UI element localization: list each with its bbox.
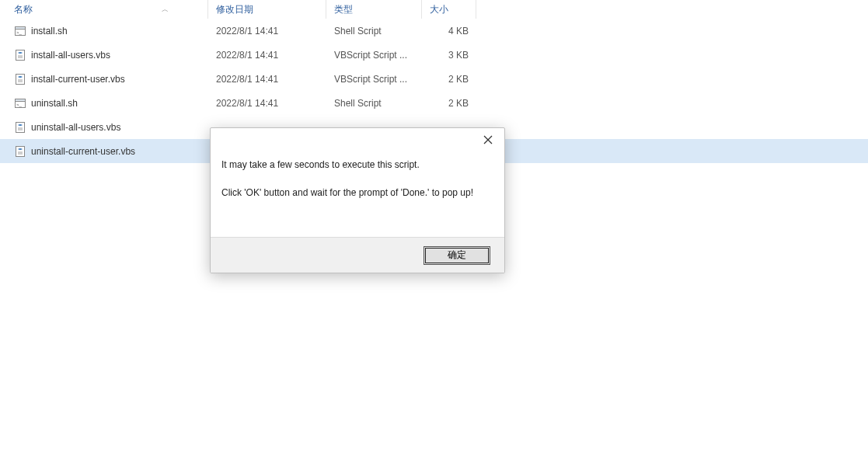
cell-size: 2 KB — [422, 91, 476, 115]
column-header-name-label: 名称 — [14, 3, 33, 16]
vbs-file-icon — [14, 73, 26, 85]
column-header-name[interactable]: 名称 ︿ — [0, 0, 208, 19]
column-header-size[interactable]: 大小 — [422, 0, 476, 19]
svg-rect-4 — [16, 74, 25, 84]
file-name-label: uninstall.sh — [31, 98, 78, 109]
cell-type: Shell Script — [326, 91, 422, 115]
dialog-footer: 确定 — [211, 237, 504, 273]
cell-type: Shell Script — [326, 19, 422, 43]
ok-button[interactable]: 确定 — [424, 246, 490, 265]
dialog-text-line2: Click 'OK' button and wait for the promp… — [221, 186, 493, 200]
column-header-row: 名称 ︿ 修改日期 类型 大小 — [0, 0, 868, 19]
message-dialog: It may take a few seconds to execute thi… — [210, 127, 505, 273]
cell-name: install-current-user.vbs — [0, 67, 208, 91]
close-icon — [483, 135, 493, 144]
cell-date: 2022/8/1 14:41 — [208, 19, 326, 43]
cell-name: install-all-users.vbs — [0, 43, 208, 67]
svg-rect-6 — [16, 99, 26, 101]
svg-text:>_: >_ — [16, 30, 23, 35]
column-header-type[interactable]: 类型 — [326, 0, 422, 19]
sort-asc-icon: ︿ — [162, 5, 169, 15]
vbs-file-icon — [14, 145, 26, 158]
close-button[interactable] — [476, 130, 500, 150]
table-row[interactable]: >_install.sh2022/8/1 14:41Shell Script4 … — [0, 19, 868, 43]
svg-rect-3 — [16, 50, 25, 60]
table-row[interactable]: install-current-user.vbs2022/8/1 14:41VB… — [0, 67, 868, 91]
cell-date: 2022/8/1 14:41 — [208, 91, 326, 115]
column-header-date[interactable]: 修改日期 — [208, 0, 326, 19]
file-name-label: install-all-users.vbs — [31, 50, 110, 61]
column-header-date-label: 修改日期 — [216, 3, 253, 16]
cell-name: >_install.sh — [0, 19, 208, 43]
cell-date: 2022/8/1 14:41 — [208, 43, 326, 67]
cell-size: 3 KB — [422, 43, 476, 67]
file-name-label: uninstall-current-user.vbs — [31, 146, 135, 157]
column-header-size-label: 大小 — [430, 3, 448, 16]
vbs-file-icon — [14, 49, 26, 61]
cell-name: >_uninstall.sh — [0, 91, 208, 115]
shell-file-icon: >_ — [14, 97, 26, 110]
file-name-label: install.sh — [31, 26, 68, 37]
cell-type: VBScript Script ... — [326, 67, 422, 91]
cell-name: uninstall-current-user.vbs — [0, 139, 208, 163]
dialog-titlebar — [211, 128, 504, 151]
dialog-body: It may take a few seconds to execute thi… — [211, 151, 504, 237]
table-row[interactable]: install-all-users.vbs2022/8/1 14:41VBScr… — [0, 43, 868, 67]
column-header-type-label: 类型 — [334, 3, 353, 16]
file-name-label: install-current-user.vbs — [31, 74, 125, 85]
vbs-file-icon — [14, 121, 26, 134]
cell-size: 2 KB — [422, 67, 476, 91]
svg-rect-8 — [16, 122, 25, 132]
svg-rect-9 — [16, 146, 25, 156]
svg-text:>_: >_ — [16, 103, 23, 107]
svg-rect-1 — [16, 26, 26, 29]
file-name-label: uninstall-all-users.vbs — [31, 122, 120, 133]
cell-name: uninstall-all-users.vbs — [0, 115, 208, 139]
shell-file-icon: >_ — [14, 25, 26, 37]
dialog-text-line1: It may take a few seconds to execute thi… — [221, 158, 493, 172]
cell-type: VBScript Script ... — [326, 43, 422, 67]
cell-size: 4 KB — [422, 19, 476, 43]
cell-date: 2022/8/1 14:41 — [208, 67, 326, 91]
table-row[interactable]: >_uninstall.sh2022/8/1 14:41Shell Script… — [0, 91, 868, 115]
